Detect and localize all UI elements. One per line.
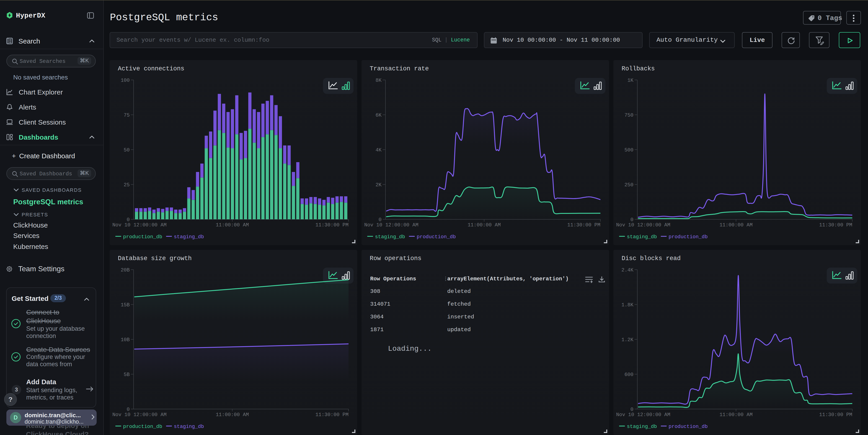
svg-text:1.8K: 1.8K (621, 302, 634, 308)
svg-text:staging_db: staging_db (174, 234, 204, 240)
svg-text:11:30:00 PM: 11:30:00 PM (819, 412, 852, 418)
svg-text:11:30:00 PM: 11:30:00 PM (567, 222, 600, 228)
svg-text:8K: 8K (376, 78, 382, 83)
svg-text:11:30:00 PM: 11:30:00 PM (315, 412, 348, 418)
svg-text:Nov 10 12:00:00 AM: Nov 10 12:00:00 AM (113, 412, 167, 418)
svg-text:750: 750 (624, 112, 633, 118)
svg-text:1.2K: 1.2K (621, 337, 634, 343)
svg-text:0: 0 (379, 217, 381, 223)
svg-text:11:00:00 AM: 11:00:00 AM (216, 412, 249, 418)
svg-text:11:00:00 AM: 11:00:00 AM (216, 222, 249, 228)
svg-text:20B: 20B (121, 267, 130, 273)
svg-text:0: 0 (630, 407, 633, 412)
svg-text:staging_db: staging_db (174, 424, 204, 430)
svg-text:6K: 6K (376, 112, 382, 118)
svg-text:production_db: production_db (123, 234, 162, 240)
svg-text:75: 75 (124, 112, 130, 118)
svg-text:11:30:00 PM: 11:30:00 PM (819, 222, 852, 228)
svg-text:Nov 10 12:00:00 AM: Nov 10 12:00:00 AM (616, 222, 671, 228)
svg-text:4K: 4K (376, 147, 382, 153)
svg-text:500: 500 (624, 147, 633, 153)
svg-text:50: 50 (124, 147, 130, 153)
svg-text:0: 0 (127, 217, 130, 223)
svg-text:Nov 10 12:00:00 AM: Nov 10 12:00:00 AM (616, 412, 671, 418)
svg-text:production_db: production_db (669, 234, 708, 240)
svg-text:600: 600 (624, 372, 633, 378)
svg-text:Nov 10 12:00:00 AM: Nov 10 12:00:00 AM (113, 222, 167, 228)
svg-text:0: 0 (127, 407, 130, 412)
svg-text:11:00:00 AM: 11:00:00 AM (719, 222, 752, 228)
svg-text:production_db: production_db (669, 424, 708, 430)
svg-text:2K: 2K (376, 182, 382, 188)
svg-text:250: 250 (624, 182, 633, 188)
svg-text:15B: 15B (121, 302, 130, 308)
svg-text:production_db: production_db (417, 234, 456, 240)
svg-text:11:00:00 AM: 11:00:00 AM (719, 412, 752, 418)
svg-text:staging_db: staging_db (627, 234, 657, 240)
svg-text:staging_db: staging_db (375, 234, 405, 240)
svg-text:Nov 10 12:00:00 AM: Nov 10 12:00:00 AM (364, 222, 418, 228)
svg-text:5B: 5B (124, 372, 130, 378)
svg-text:2.4K: 2.4K (621, 267, 634, 273)
svg-text:25: 25 (124, 182, 130, 188)
svg-text:1K: 1K (627, 78, 634, 83)
svg-text:10B: 10B (121, 337, 130, 343)
svg-text:11:00:00 AM: 11:00:00 AM (467, 222, 501, 228)
svg-text:100: 100 (121, 78, 130, 83)
svg-text:11:30:00 PM: 11:30:00 PM (315, 222, 348, 228)
svg-text:production_db: production_db (123, 424, 162, 430)
svg-text:0: 0 (630, 217, 633, 223)
svg-text:staging_db: staging_db (627, 424, 657, 430)
